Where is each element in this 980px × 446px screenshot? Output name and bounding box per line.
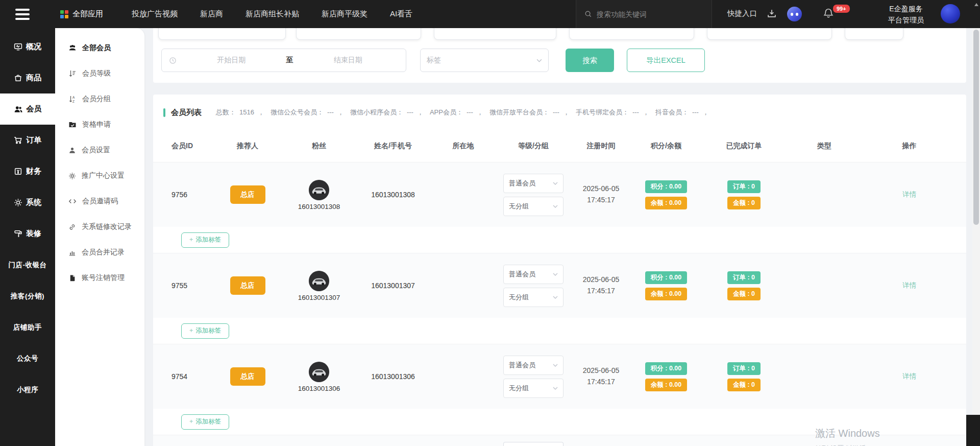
- level-select[interactable]: [503, 442, 564, 446]
- sidebar-item-official-account[interactable]: 公众号: [0, 343, 55, 374]
- download-icon[interactable]: [767, 8, 777, 20]
- scrollbar-thumb[interactable]: [973, 30, 979, 225]
- submenu-member-group[interactable]: AZ 会员分组: [55, 86, 144, 112]
- amount-badge: 金额 : 0: [727, 379, 761, 391]
- group-select[interactable]: 无分组: [503, 288, 564, 307]
- nav-item-ad-video[interactable]: 投放广告视频: [132, 9, 178, 19]
- title-accent-bar: [163, 108, 165, 117]
- overview-icon: [14, 42, 22, 51]
- shopping-bag-icon: [14, 74, 22, 82]
- member-id: 9754: [163, 372, 212, 381]
- paint-roller-icon: [14, 229, 22, 238]
- referrer-button[interactable]: 总店: [230, 185, 265, 204]
- nav-item-peer-award[interactable]: 新店商平级奖: [322, 9, 368, 19]
- balance-badge: 余额 : 0.00: [645, 197, 687, 209]
- add-tag-button[interactable]: +添加标签: [181, 323, 229, 339]
- member-phone: 16013001307: [355, 281, 431, 290]
- chevron-down-icon: [553, 205, 558, 208]
- register-time: 2025-06-0517:45:17: [583, 274, 620, 296]
- chevron-down-icon: [553, 182, 558, 185]
- submenu-account-cancellation[interactable]: 账号注销管理: [55, 265, 144, 291]
- chevron-down-icon: [553, 387, 558, 390]
- nav-item-new-shop[interactable]: 新店商: [200, 9, 223, 19]
- sidebar-item-finance[interactable]: 财务: [0, 156, 55, 187]
- hamburger-menu-icon[interactable]: [15, 9, 30, 20]
- date-end-placeholder: 结束日期: [298, 56, 399, 65]
- add-tag-button[interactable]: +添加标签: [181, 414, 229, 430]
- level-select[interactable]: 普通会员: [503, 356, 564, 375]
- sort-alpha-icon: AZ: [68, 95, 77, 103]
- search-icon: [584, 10, 592, 18]
- table-row: 9754 总店 16013001306 16013001306 普通会员 无分组…: [153, 344, 966, 435]
- sidebar-item-distribution[interactable]: 推客(分销): [0, 280, 55, 312]
- register-time: 2025-06-0517:45:17: [583, 365, 620, 387]
- chevron-down-icon: [536, 59, 542, 62]
- sidebar-item-pos[interactable]: 门店-收银台: [0, 249, 55, 280]
- stat-app: APP会员：---，: [430, 108, 486, 117]
- group-select[interactable]: 无分组: [503, 379, 564, 398]
- sidebar-item-orders[interactable]: 订单: [0, 125, 55, 156]
- ai-robot-icon[interactable]: [787, 7, 802, 21]
- export-excel-button[interactable]: 导出EXCEL: [627, 49, 705, 72]
- nav-item-leader-subsidy[interactable]: 新店商组长补贴: [246, 9, 299, 19]
- all-apps-label: 全部应用: [72, 9, 103, 19]
- code-icon: [68, 197, 77, 205]
- submenu-merge-log[interactable]: 会员合并记录: [55, 240, 144, 265]
- points-badge: 积分 : 0.00: [645, 362, 687, 375]
- gear-icon: [14, 198, 22, 207]
- points-badge: 积分 : 0.00: [645, 180, 687, 193]
- level-select[interactable]: 普通会员: [503, 174, 564, 193]
- fan-number: 16013001308: [298, 203, 340, 210]
- submenu-promotion-settings[interactable]: 推广中心设置: [55, 163, 144, 189]
- sidebar-item-system[interactable]: 系统: [0, 187, 55, 218]
- global-search-box[interactable]: [576, 0, 712, 28]
- level-select[interactable]: 普通会员: [503, 265, 564, 284]
- user-icon: [68, 147, 76, 154]
- referrer-button[interactable]: 总店: [230, 276, 265, 295]
- notification-count-badge[interactable]: 99+: [832, 4, 851, 14]
- stat-open-platform: 微信开放平台会员：---，: [489, 108, 573, 117]
- register-time: 2025-06-0517:45:17: [583, 183, 620, 205]
- all-apps-button[interactable]: 全部应用: [60, 9, 103, 19]
- submenu-qualification[interactable]: 资格申请: [55, 112, 144, 137]
- orders-badge: 订单 : 0: [727, 180, 761, 193]
- vertical-scrollbar[interactable]: [972, 0, 980, 446]
- sort-amount-icon: [68, 69, 77, 78]
- submenu-all-members[interactable]: 全部会员: [55, 35, 144, 61]
- group-select[interactable]: 无分组: [503, 197, 564, 216]
- referrer-button[interactable]: 总店: [230, 367, 265, 386]
- sidebar-item-goods[interactable]: 商品: [0, 62, 55, 93]
- avatar[interactable]: [941, 4, 960, 24]
- user-info[interactable]: E企盈服务 平台管理员: [874, 4, 938, 26]
- member-avatar: [308, 361, 330, 383]
- scrollbar-up-arrow[interactable]: [972, 0, 980, 28]
- sidebar-item-decorate[interactable]: 装修: [0, 218, 55, 249]
- sidebar-item-mini-program[interactable]: 小程序: [0, 374, 55, 405]
- sidebar-item-shop-assistant[interactable]: 店铺助手: [0, 312, 55, 343]
- detail-link[interactable]: 详情: [902, 281, 916, 290]
- search-button[interactable]: 搜索: [566, 49, 614, 72]
- stat-mini-program: 微信小程序会员：---，: [350, 108, 427, 117]
- detail-link[interactable]: 详情: [902, 372, 916, 381]
- submenu-invite-code[interactable]: 会员邀请码: [55, 189, 144, 214]
- list-title-row: 会员列表 总数：1516， 微信公众号会员：---， 微信小程序会员：---， …: [153, 95, 966, 130]
- member-submenu: 全部会员 会员等级 AZ 会员分组 资格申请 会员设置 推广中心设置 会员邀请码…: [55, 28, 144, 446]
- nav-item-ai-tongue[interactable]: AI看舌: [390, 9, 412, 19]
- member-avatar: [308, 179, 330, 201]
- tag-select[interactable]: 标签: [420, 49, 549, 72]
- members-icon: [14, 105, 23, 114]
- submenu-relation-log[interactable]: 关系链修改记录: [55, 214, 144, 240]
- quick-entry-link[interactable]: 快捷入口: [727, 9, 757, 18]
- search-input[interactable]: [597, 10, 703, 18]
- submenu-member-level[interactable]: 会员等级: [55, 61, 144, 86]
- member-avatar: [308, 270, 330, 292]
- fan-number: 16013001307: [298, 294, 340, 301]
- detail-link[interactable]: 详情: [902, 190, 916, 199]
- date-range-input[interactable]: 开始日期 至 结束日期: [161, 49, 406, 72]
- member-phone: 16013001308: [355, 191, 431, 199]
- submenu-member-settings[interactable]: 会员设置: [55, 137, 144, 163]
- sidebar-item-overview[interactable]: 概况: [0, 31, 55, 62]
- add-tag-button[interactable]: +添加标签: [181, 232, 229, 248]
- user-org: E企盈服务: [874, 4, 938, 15]
- sidebar-item-members[interactable]: 会员: [0, 93, 55, 125]
